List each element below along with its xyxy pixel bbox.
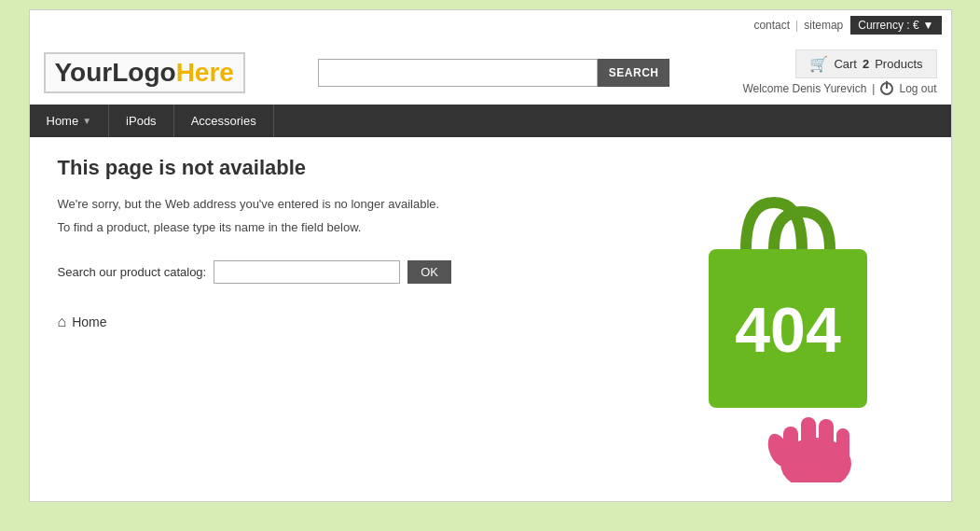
content-area: This page is not available We're sorry, … [30, 137, 951, 501]
search-catalog-label: Search our product catalog: [58, 265, 207, 279]
right-content: 404 [634, 156, 932, 482]
nav-item-ipods[interactable]: iPods [109, 105, 174, 137]
page-wrapper: contact | sitemap Currency : € ▼ YourLog… [0, 0, 980, 531]
home-link[interactable]: ⌂ Home [58, 314, 599, 330]
nav-item-accessories[interactable]: Accessories [174, 105, 274, 137]
svg-rect-5 [819, 419, 834, 475]
sitemap-link[interactable]: sitemap [804, 19, 843, 32]
ok-button[interactable]: OK [407, 260, 451, 284]
nav-item-home[interactable]: Home ▼ [30, 105, 110, 137]
welcome-bar: Welcome Denis Yurevich | Log out [742, 82, 936, 95]
top-bar-links: contact | sitemap [753, 19, 843, 32]
error-desc1: We're sorry, but the Web address you've … [58, 197, 599, 211]
cart-button[interactable]: 🛒 Cart 2 Products [795, 49, 936, 78]
cart-products-label: Products [875, 57, 922, 71]
svg-rect-4 [801, 417, 816, 475]
main-container: contact | sitemap Currency : € ▼ YourLog… [29, 9, 952, 502]
home-link-label: Home [72, 314, 106, 329]
logo-your: Your [55, 58, 113, 87]
currency-arrow-icon: ▼ [923, 19, 934, 32]
currency-label: Currency : € [858, 19, 918, 32]
home-icon: ⌂ [58, 314, 67, 330]
nav-home-label: Home [47, 114, 79, 128]
nav-bar: Home ▼ iPods Accessories [30, 105, 951, 137]
nav-home-arrow-icon: ▼ [82, 116, 91, 126]
nav-ipods-label: iPods [126, 114, 157, 128]
svg-rect-6 [836, 428, 849, 475]
top-bar: contact | sitemap Currency : € ▼ [30, 10, 951, 40]
logo-text: YourLogoHere [55, 58, 234, 87]
cart-label: Cart [834, 57, 857, 71]
welcome-divider: | [872, 82, 875, 95]
error-title: This page is not available [58, 156, 599, 180]
logo: YourLogoHere [44, 52, 245, 93]
power-icon [880, 82, 893, 95]
logo-here: Here [176, 58, 234, 87]
search-area: SEARCH [318, 59, 670, 87]
search-input[interactable] [318, 59, 598, 87]
error-desc2: To find a product, please type its name … [58, 220, 599, 234]
error-404-illustration: 404 [681, 165, 886, 482]
search-button[interactable]: SEARCH [598, 59, 670, 87]
search-catalog-row: Search our product catalog: OK [58, 260, 599, 284]
logout-button[interactable]: Log out [899, 82, 936, 95]
cart-area: 🛒 Cart 2 Products Welcome Denis Yurevich… [742, 49, 936, 95]
logo-logo: Logo [112, 58, 175, 87]
search-catalog-input[interactable] [214, 260, 400, 284]
cart-count: 2 [863, 57, 869, 71]
currency-button[interactable]: Currency : € ▼ [850, 16, 941, 35]
cart-icon: 🛒 [809, 55, 828, 73]
svg-text:404: 404 [735, 294, 841, 365]
header: YourLogoHere SEARCH 🛒 Cart 2 Products We… [30, 40, 951, 105]
nav-accessories-label: Accessories [191, 114, 256, 128]
left-content: This page is not available We're sorry, … [58, 156, 599, 330]
topbar-divider: | [795, 19, 798, 32]
contact-link[interactable]: contact [753, 19, 790, 32]
welcome-text: Welcome Denis Yurevich [742, 82, 866, 95]
